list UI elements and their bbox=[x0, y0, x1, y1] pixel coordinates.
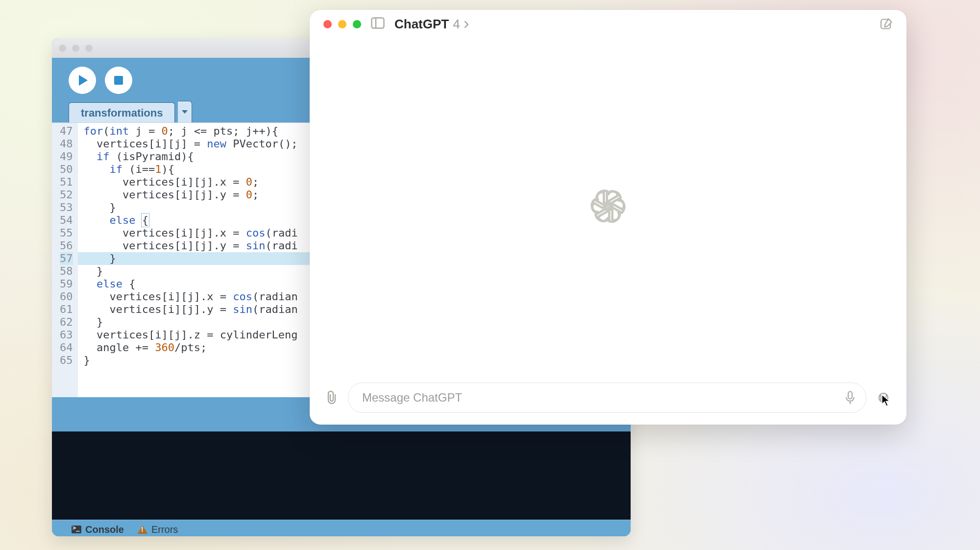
openai-logo-icon bbox=[588, 186, 629, 227]
errors-tab[interactable]: Errors bbox=[138, 524, 178, 535]
console-tab-label: Console bbox=[85, 524, 124, 535]
mic-button[interactable] bbox=[845, 391, 855, 405]
tab-dropdown[interactable] bbox=[178, 101, 192, 122]
ide-dot-close[interactable] bbox=[59, 45, 66, 52]
voice-mode-button[interactable] bbox=[876, 390, 891, 405]
console-output[interactable] bbox=[52, 431, 631, 520]
console-icon bbox=[72, 526, 81, 533]
play-icon bbox=[79, 75, 88, 86]
chat-input-pill[interactable] bbox=[348, 383, 866, 413]
attach-button[interactable] bbox=[325, 390, 338, 405]
chat-app-name: ChatGPT bbox=[394, 17, 449, 32]
chat-input-row bbox=[310, 374, 906, 425]
chat-window: ChatGPT 4 bbox=[310, 10, 906, 425]
new-chat-button[interactable] bbox=[880, 18, 893, 30]
chat-traffic-lights[interactable] bbox=[323, 20, 361, 28]
chat-dot-min[interactable] bbox=[338, 20, 346, 28]
sidebar-toggle-icon[interactable] bbox=[371, 17, 385, 31]
chevron-down-icon bbox=[182, 110, 188, 114]
chat-titlebar[interactable]: ChatGPT 4 bbox=[310, 10, 906, 38]
ide-traffic-lights[interactable] bbox=[59, 45, 93, 52]
warning-icon bbox=[138, 526, 147, 534]
stop-button[interactable] bbox=[105, 67, 132, 94]
svg-rect-3 bbox=[848, 392, 852, 399]
run-button[interactable] bbox=[69, 67, 96, 94]
chat-model-name: 4 bbox=[453, 17, 460, 32]
tab-label: transformations bbox=[81, 107, 163, 119]
ide-dot-max[interactable] bbox=[85, 45, 93, 52]
chat-dot-max[interactable] bbox=[353, 20, 361, 28]
chat-dot-close[interactable] bbox=[323, 20, 332, 28]
chevron-right-icon bbox=[464, 17, 469, 32]
chat-input[interactable] bbox=[361, 390, 838, 405]
tab-transformations[interactable]: transformations bbox=[69, 102, 175, 122]
line-gutter: 47484950515253545556575859606162636465 bbox=[52, 123, 78, 397]
console-bar: Console Errors bbox=[52, 520, 631, 536]
svg-rect-0 bbox=[372, 18, 384, 28]
chat-body bbox=[310, 38, 906, 374]
stop-icon bbox=[114, 76, 123, 85]
errors-tab-label: Errors bbox=[151, 524, 178, 535]
chat-model-picker[interactable]: ChatGPT 4 bbox=[394, 17, 469, 32]
console-tab[interactable]: Console bbox=[72, 524, 124, 535]
ide-dot-min[interactable] bbox=[72, 45, 79, 52]
